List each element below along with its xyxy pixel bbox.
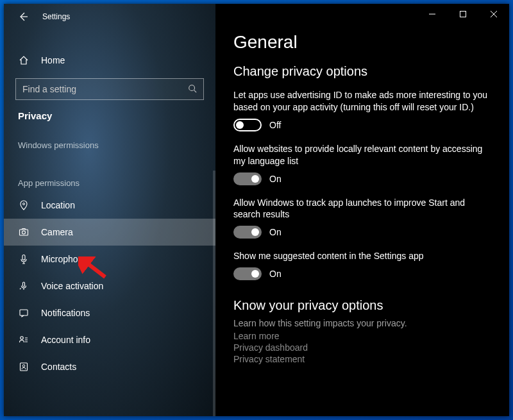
know-sub: Learn how this setting impacts your priv…	[233, 318, 491, 328]
option-track-app-launches: Allow Windows to track app launches to i…	[233, 197, 491, 239]
toggle-track-app-launches[interactable]	[233, 226, 262, 239]
sidebar-item-account-info[interactable]: Account info	[4, 326, 215, 353]
sidebar-item-label: Microphone	[41, 254, 88, 264]
option-desc: Allow Windows to track app launches to i…	[233, 197, 491, 221]
sidebar-item-microphone[interactable]: Microphone	[4, 246, 215, 273]
toggle-suggested-content[interactable]	[233, 267, 262, 280]
toggle-state: Off	[269, 120, 281, 130]
svg-rect-6	[20, 310, 28, 315]
option-advertising-id: Let apps use advertising ID to make ads …	[233, 89, 491, 131]
back-button[interactable]	[15, 9, 31, 24]
titlebar: Settings	[4, 4, 215, 29]
search-placeholder: Find a setting	[22, 84, 76, 94]
sidebar-item-location[interactable]: Location	[4, 192, 215, 219]
svg-point-0	[189, 85, 195, 90]
sidebar-item-label: Notifications	[41, 308, 90, 318]
account-icon	[18, 335, 29, 345]
svg-rect-5	[23, 282, 25, 287]
section-title: Change privacy options	[233, 64, 491, 79]
camera-icon	[18, 227, 29, 237]
svg-point-3	[22, 231, 26, 234]
option-language-list: Allow websites to provide locally releva…	[233, 143, 491, 185]
option-desc: Show me suggested content in the Setting…	[233, 250, 491, 262]
section-header-windows-permissions[interactable]: Windows permissions	[4, 126, 215, 154]
svg-point-9	[22, 365, 25, 367]
window-controls	[417, 4, 509, 24]
toggle-state: On	[269, 174, 282, 184]
close-button[interactable]	[478, 4, 509, 24]
option-desc: Let apps use advertising ID to make ads …	[233, 89, 491, 113]
sidebar: Settings Home Find a setting Privacy Win…	[4, 4, 215, 416]
microphone-icon	[18, 254, 29, 264]
toggle-state: On	[269, 227, 282, 237]
location-icon	[18, 200, 29, 210]
link-privacy-statement[interactable]: Privacy statement	[233, 354, 491, 364]
know-privacy-section: Know your privacy options Learn how this…	[233, 298, 491, 364]
know-title: Know your privacy options	[233, 298, 491, 313]
sidebar-item-contacts[interactable]: Contacts	[4, 353, 215, 380]
toggle-state: On	[269, 269, 282, 279]
home-icon	[18, 55, 29, 65]
sidebar-item-label: Account info	[41, 335, 90, 345]
sidebar-item-notifications[interactable]: Notifications	[4, 299, 215, 326]
svg-rect-2	[20, 230, 28, 235]
sidebar-item-label: Voice activation	[41, 281, 103, 291]
home-label: Home	[41, 55, 65, 65]
sidebar-item-voice-activation[interactable]: Voice activation	[4, 273, 215, 299]
voice-icon	[18, 281, 29, 291]
maximize-button[interactable]	[448, 4, 478, 24]
app-title: Settings	[42, 12, 70, 21]
search-input[interactable]: Find a setting	[15, 78, 204, 100]
settings-window: Settings Home Find a setting Privacy Win…	[4, 4, 509, 416]
svg-rect-10	[460, 12, 466, 17]
sidebar-item-home[interactable]: Home	[4, 47, 215, 73]
category-title: Privacy	[4, 100, 215, 126]
svg-point-1	[23, 203, 25, 205]
svg-point-7	[21, 337, 23, 339]
option-suggested-content: Show me suggested content in the Setting…	[233, 250, 491, 280]
contacts-icon	[18, 362, 29, 372]
toggle-advertising-id[interactable]	[233, 119, 262, 131]
sidebar-item-label: Camera	[41, 227, 73, 237]
sidebar-item-label: Contacts	[41, 362, 76, 372]
search-icon	[188, 84, 197, 95]
sidebar-item-camera[interactable]: Camera	[4, 219, 215, 246]
link-learn-more[interactable]: Learn more	[233, 331, 491, 341]
toggle-language-list[interactable]	[233, 172, 262, 185]
minimize-button[interactable]	[417, 4, 448, 24]
sidebar-item-label: Location	[41, 200, 75, 210]
main-pane: General Change privacy options Let apps …	[215, 4, 509, 416]
section-header-app-permissions: App permissions	[4, 154, 215, 192]
notifications-icon	[18, 308, 29, 318]
option-desc: Allow websites to provide locally releva…	[233, 143, 491, 167]
page-title: General	[233, 32, 491, 53]
svg-rect-4	[22, 255, 25, 260]
link-privacy-dashboard[interactable]: Privacy dashboard	[233, 342, 491, 353]
